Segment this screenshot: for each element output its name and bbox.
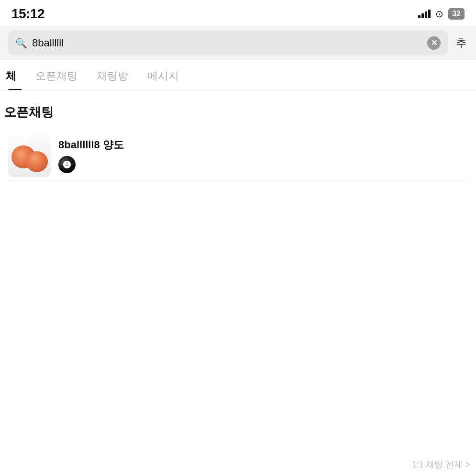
chat-icon-row: 8 bbox=[58, 156, 468, 173]
list-item[interactable]: 8ballllll8 양도 8 bbox=[4, 128, 472, 183]
section-title: 오픈채팅 bbox=[4, 105, 54, 119]
status-time: 15:12 bbox=[11, 6, 44, 22]
eight-ball-icon: 8 bbox=[58, 156, 76, 173]
thumbnail-image bbox=[8, 134, 51, 177]
status-icons: ⊙ 32 bbox=[418, 8, 465, 20]
footer-text[interactable]: 1:1 채팅 전체 > bbox=[411, 459, 470, 470]
search-bar[interactable]: 🔍 8ballllll ✕ bbox=[8, 31, 448, 55]
list-divider bbox=[8, 183, 468, 183]
clear-button[interactable]: ✕ bbox=[427, 36, 441, 50]
search-area: 🔍 8ballllll ✕ 추 bbox=[0, 26, 476, 60]
tab-message[interactable]: 메시지 bbox=[138, 60, 188, 90]
tab-bar: 체 오픈채팅 채팅방 메시지 bbox=[0, 60, 476, 90]
chat-list: 8ballllll8 양도 8 bbox=[0, 128, 476, 183]
chat-thumbnail bbox=[8, 134, 51, 177]
status-bar: 15:12 ⊙ 32 bbox=[0, 0, 476, 26]
chat-info: 8ballllll8 양도 8 bbox=[58, 138, 468, 173]
signal-icon bbox=[418, 10, 431, 18]
search-input[interactable]: 8ballllll bbox=[32, 37, 422, 49]
battery-badge: 32 bbox=[448, 8, 465, 20]
chat-title: 8ballllll8 양도 bbox=[58, 138, 468, 152]
wifi-icon: ⊙ bbox=[435, 8, 443, 20]
cancel-button[interactable]: 추 bbox=[454, 36, 468, 50]
tab-openchat[interactable]: 오픈채팅 bbox=[26, 60, 87, 90]
section-openchat-header: 오픈채팅 bbox=[0, 90, 476, 128]
search-icon: 🔍 bbox=[15, 37, 27, 49]
tab-all[interactable]: 체 bbox=[4, 60, 26, 90]
tab-chatroom[interactable]: 채팅방 bbox=[87, 60, 138, 90]
clear-icon: ✕ bbox=[431, 39, 437, 47]
